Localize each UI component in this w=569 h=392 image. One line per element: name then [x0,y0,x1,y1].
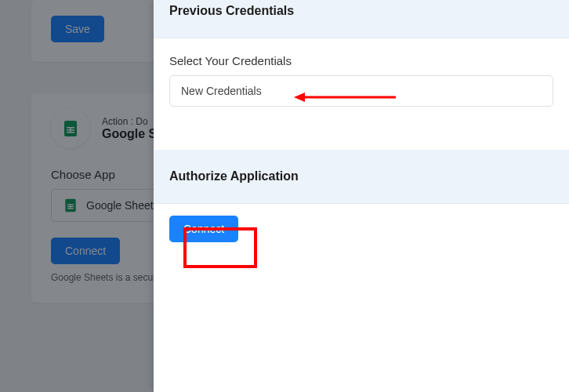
connect-section: Connect [154,204,569,274]
select-credentials-value: New Credentials [181,85,262,97]
previous-credentials-title: Previous Credentials [169,4,553,18]
authorize-application-title: Authorize Application [169,169,553,183]
select-credentials-dropdown[interactable]: New Credentials [169,75,553,107]
credentials-panel: Previous Credentials Select Your Credent… [154,0,569,392]
panel-spacer [154,274,569,336]
authorize-application-header: Authorize Application [154,150,569,204]
previous-credentials-header: Previous Credentials [154,0,569,38]
connect-button[interactable]: Connect [169,216,238,242]
select-credentials-section: Select Your Credentials New Credentials [154,38,569,126]
select-credentials-label: Select Your Credentials [169,54,553,67]
